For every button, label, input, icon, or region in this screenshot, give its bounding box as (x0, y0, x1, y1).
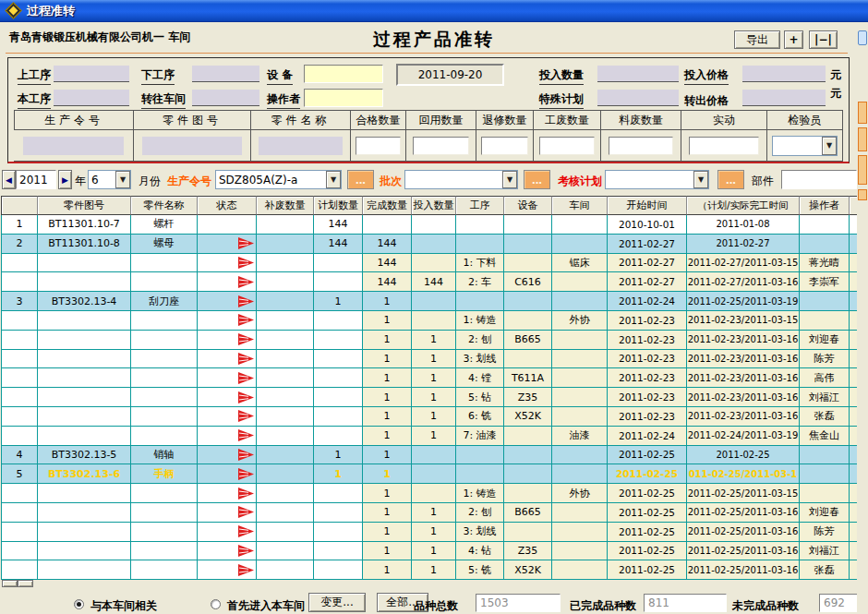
table-row[interactable]: 114: 镗T611A2011-02-232011-02-23/2011-03-… (1, 368, 858, 388)
grid-cell: 销轴 (131, 446, 198, 465)
grid-cell (38, 484, 131, 503)
grid-cell: 1 (363, 464, 412, 484)
component-input[interactable] (781, 170, 857, 189)
next-process-field[interactable] (192, 66, 259, 82)
table-row[interactable]: 3BT3302.13-4刮刀座112011-02-242011-02-25/20… (1, 292, 858, 311)
batch-select[interactable]: ▼ (404, 170, 518, 189)
batch-more-button[interactable]: ... (524, 170, 550, 189)
qty-input[interactable] (609, 137, 674, 155)
table-row[interactable]: 11: 铸造外协2011-02-232011-02-23/2011-03-15 (1, 311, 858, 331)
table-row[interactable]: 112: 刨B6652011-02-252011-02-25/2011-03-1… (1, 503, 858, 523)
chevron-down-icon[interactable]: ▼ (693, 171, 708, 188)
grid-cell: 1 (363, 427, 412, 446)
table-row[interactable]: 115: 钻Z352011-02-232011-02-23/2011-03-16… (1, 388, 858, 407)
form-table-header: 回用数量 (406, 110, 476, 130)
year-spin-down-button[interactable]: ◀ (2, 170, 16, 189)
grid-cell (552, 446, 608, 465)
table-row[interactable]: 114: 钻Z352011-02-252011-02-25/2011-03-16… (1, 542, 858, 561)
first-enter-workshop-radio[interactable] (211, 599, 221, 609)
grid-cell: 3: 划线 (456, 523, 504, 542)
table-row[interactable]: 1441442: 车C6162011-02-272011-02-27/2011-… (1, 272, 858, 292)
grid-cell: 2011-02-25 (608, 523, 687, 542)
grid-cell: 刘福江 (800, 542, 850, 561)
qty-input[interactable] (539, 137, 594, 155)
month-select[interactable]: 6 ▼ (88, 170, 131, 189)
grid-cell (257, 388, 314, 407)
table-row[interactable]: 112: 刨B6652011-02-232011-02-23/2011-03-1… (1, 331, 858, 350)
table-row[interactable]: 2BT11301.10-8螺母1441442011-02-272011-02-2… (1, 235, 858, 254)
qty-input[interactable] (481, 137, 527, 155)
grid-hscroll-right-button[interactable] (18, 580, 33, 587)
assess-plan-more-button[interactable]: ... (717, 170, 744, 189)
input-qty-field[interactable] (597, 66, 679, 82)
grid-hscroll-left-button[interactable] (2, 580, 18, 587)
equipment-field[interactable] (304, 65, 383, 83)
grid-cell (1, 503, 38, 523)
grid-cell (314, 542, 363, 561)
expand-plus-button[interactable]: + (784, 30, 803, 49)
table-row[interactable]: 1BT11301.10-7螺杆1442010-10-012011-01-08 (1, 215, 858, 235)
grid-cell (314, 368, 363, 388)
table-row[interactable]: 113: 划线2011-02-232011-02-23/2011-03-16陈芳 (1, 350, 858, 369)
table-row[interactable]: 116: 铣X52K2011-02-232011-02-23/2011-03-1… (1, 407, 858, 427)
export-button[interactable]: 导出 (734, 30, 780, 49)
grid-cell: 4: 镗 (456, 368, 504, 388)
chevron-down-icon[interactable]: ▼ (822, 137, 837, 155)
grid-cell (1, 272, 38, 292)
year-spin-up-button[interactable]: ▶ (58, 170, 72, 189)
grid-cell: 1 (412, 427, 456, 446)
year-input[interactable] (16, 170, 56, 189)
order-more-button[interactable]: ... (347, 170, 374, 189)
grid-cell (552, 235, 608, 254)
grid-cell (257, 407, 314, 427)
grid-cell (131, 272, 198, 292)
qty-input[interactable] (689, 137, 758, 155)
grid-cell (38, 388, 131, 407)
grid-cell: 李崇军 (800, 272, 850, 292)
assess-plan-select[interactable]: ▼ (605, 170, 709, 189)
grid-cell: 1 (363, 311, 412, 331)
grid-column-header: 车间 (552, 196, 608, 215)
grid-cell (257, 464, 314, 484)
operator-label: 操作者 (267, 91, 300, 109)
related-workshop-radio[interactable] (74, 599, 84, 609)
order-select[interactable]: SDZ805A(Z)-a ▼ (215, 170, 342, 189)
inspector-select[interactable]: ▼ (772, 136, 838, 156)
table-row[interactable]: 115: 铣X52K2011-02-252011-02-25/2011-03-1… (1, 560, 858, 580)
grid-cell: 1 (412, 523, 456, 542)
grid-cell: 4 (1, 446, 38, 465)
operator-field[interactable] (304, 89, 383, 107)
grid-cell (198, 272, 257, 292)
form-table-cell (134, 130, 251, 162)
table-row[interactable]: 11: 铸造外协2011-02-252011-02-25/2011-03-15 (1, 484, 858, 503)
grid-cell: 1 (412, 350, 456, 369)
grid-cell: 1: 铸造 (456, 484, 504, 503)
table-row[interactable]: 117: 油漆油漆2011-02-242011-02-24/2011-03-19… (1, 427, 858, 446)
special-plan-field[interactable] (597, 90, 679, 106)
transfer-workshop-field[interactable] (192, 90, 259, 106)
collapse-minus-button[interactable]: |−| (809, 30, 838, 49)
chevron-down-icon[interactable]: ▼ (502, 171, 517, 188)
prev-process-field[interactable] (54, 66, 129, 82)
grid-cell (38, 254, 131, 273)
output-price-field[interactable] (742, 90, 826, 106)
grid-cell: 2011-02-25 (608, 542, 687, 561)
chevron-down-icon[interactable]: ▼ (115, 171, 130, 188)
table-row[interactable]: 1441: 下料锯床2011-02-272011-02-27/2011-03-1… (1, 254, 858, 273)
qty-input[interactable] (413, 137, 470, 155)
input-price-field[interactable] (742, 66, 826, 82)
grid-cell (552, 388, 608, 407)
table-row[interactable]: 113: 划线2011-02-252011-02-25/2011-03-16陈芳 (1, 523, 858, 542)
grid-cell: Z35 (504, 542, 552, 561)
table-row[interactable]: 4BT3302.13-5销轴112011-02-252011-02-25 (1, 446, 858, 465)
change-button[interactable]: 变更... (308, 593, 366, 612)
table-row[interactable]: 5BT3302.13-6手柄112011-02-25011-02-25/2011… (1, 464, 858, 484)
grid-cell (552, 292, 608, 311)
date-field[interactable]: 2011-09-20 (396, 64, 504, 86)
status-flag-icon (238, 333, 254, 345)
this-process-field[interactable] (54, 90, 129, 106)
qty-input[interactable] (356, 137, 400, 155)
grid-cell (131, 484, 198, 503)
chevron-down-icon[interactable]: ▼ (326, 171, 341, 188)
grid-cell (504, 523, 552, 542)
